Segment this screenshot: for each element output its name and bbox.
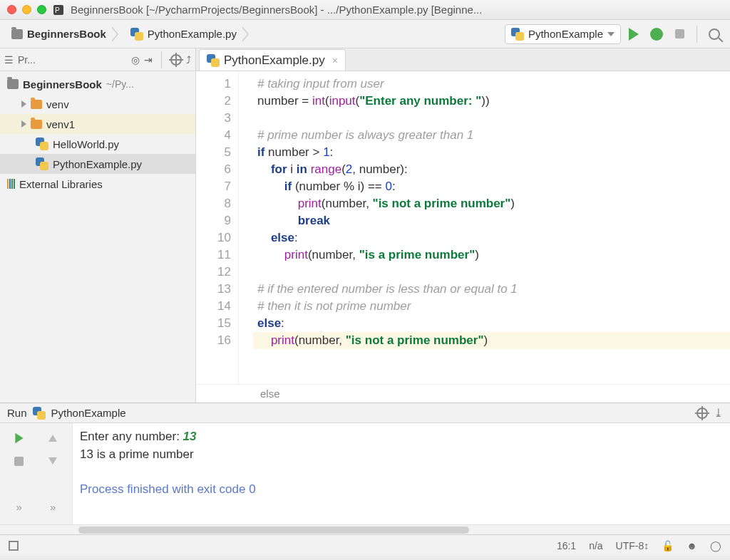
- stop-icon: [14, 457, 24, 466]
- tree-item-label: PythonExample.py: [53, 158, 142, 170]
- tree-item-pythonexample[interactable]: PythonExample.py: [0, 154, 195, 174]
- tree-item-venv1[interactable]: venv1: [0, 114, 195, 134]
- editor-tab-pythonexample[interactable]: PythonExample.py ×: [199, 49, 346, 71]
- project-root[interactable]: BeginnersBook ~/Py...: [0, 74, 195, 94]
- python-file-icon: [207, 54, 220, 67]
- editor-breadcrumb-label: else: [260, 388, 280, 400]
- project-tree: BeginnersBook ~/Py... venv venv1 HelloWo…: [0, 71, 195, 197]
- stop-icon: [675, 29, 684, 38]
- feedback-icon[interactable]: ◯: [710, 540, 721, 551]
- python-file-icon: [33, 407, 46, 420]
- run-config-label: PythonExample: [528, 28, 603, 40]
- python-file-icon: [36, 157, 48, 170]
- gear-icon[interactable]: [696, 408, 708, 419]
- project-name: BeginnersBook: [23, 78, 102, 90]
- tree-item-label: venv: [46, 98, 69, 110]
- project-path: ~/Py...: [106, 78, 134, 90]
- console-scrollbar-thumb[interactable]: [78, 527, 469, 534]
- collapse-icon[interactable]: ⇥: [144, 54, 153, 66]
- search-icon: [709, 28, 720, 40]
- editor: PythonExample.py × 123456789101112131415…: [196, 48, 730, 403]
- navigation-bar: BeginnersBook PythonExample.py PythonExa…: [0, 20, 730, 48]
- search-everywhere-button[interactable]: [704, 24, 724, 44]
- console-result: 13 is a prime number: [80, 447, 194, 461]
- console-prompt-label: Enter any number:: [80, 430, 183, 443]
- folder-icon: [7, 79, 19, 89]
- run-tool-label: Run: [7, 407, 27, 419]
- bug-icon: [650, 28, 663, 41]
- console-user-input: 13: [183, 430, 197, 443]
- project-tool-label: Pr...: [18, 54, 36, 66]
- stop-button[interactable]: [669, 24, 689, 44]
- play-icon: [15, 433, 23, 443]
- hide-icon[interactable]: ⤴: [186, 54, 191, 66]
- close-tab-button[interactable]: ×: [332, 55, 338, 66]
- breadcrumb-file-label: PythonExample.py: [148, 28, 237, 40]
- folder-icon: [31, 100, 42, 109]
- tree-item-helloworld[interactable]: HelloWorld.py: [0, 134, 195, 154]
- rerun-button[interactable]: [4, 429, 34, 447]
- run-tool-sidebar: » »: [0, 423, 73, 524]
- project-tool-header: ☰ Pr... ◎ ⇥ ⤴: [0, 48, 195, 71]
- window-title: BeginnersBook [~/PycharmProjects/Beginne…: [71, 4, 723, 16]
- status-cursor-position[interactable]: 16:1: [557, 540, 576, 551]
- pycharm-app-icon: P: [52, 4, 65, 16]
- breadcrumb-project-label: BeginnersBook: [27, 28, 106, 40]
- main-area: ☰ Pr... ◎ ⇥ ⤴ BeginnersBook ~/Py... venv: [0, 48, 730, 403]
- status-indent[interactable]: n/a: [589, 540, 602, 551]
- editor-breadcrumb[interactable]: else: [196, 384, 730, 403]
- code-content[interactable]: # taking input from usernumber = int(inp…: [253, 71, 730, 384]
- run-button[interactable]: [624, 24, 644, 44]
- run-tool-window: Run PythonExample ⤓ » » Enter any number…: [0, 403, 730, 534]
- folder-icon: [11, 29, 23, 39]
- lock-icon[interactable]: 🔓: [662, 540, 674, 551]
- chevron-down-icon: [607, 32, 615, 36]
- editor-tabs: PythonExample.py ×: [196, 48, 730, 71]
- play-icon: [629, 28, 639, 41]
- maximize-window-button[interactable]: [37, 5, 46, 14]
- tree-item-label: venv1: [46, 118, 75, 130]
- chevron-right-icon: [21, 120, 26, 128]
- external-libraries[interactable]: External Libraries: [0, 174, 195, 194]
- titlebar: P BeginnersBook [~/PycharmProjects/Begin…: [0, 0, 730, 20]
- project-tool-window: ☰ Pr... ◎ ⇥ ⤴ BeginnersBook ~/Py... venv: [0, 48, 196, 403]
- status-encoding[interactable]: UTF-8↕: [616, 540, 649, 551]
- console-output[interactable]: Enter any number: 13 13 is a prime numbe…: [73, 423, 730, 524]
- run-configuration-selector[interactable]: PythonExample: [505, 24, 621, 44]
- inspector-icon[interactable]: ☻: [687, 540, 697, 551]
- prev-button[interactable]: »: [4, 497, 34, 516]
- code-area[interactable]: 12345678910111213141516 # taking input f…: [196, 71, 730, 384]
- python-file-icon: [36, 138, 48, 150]
- status-bar: 16:1 n/a UTF-8↕ 🔓 ☻ ◯: [0, 534, 730, 556]
- editor-tab-label: PythonExample.py: [224, 53, 325, 68]
- console-scrollbar-track: [0, 524, 730, 534]
- minimize-window-button[interactable]: [22, 5, 31, 14]
- folding-column: [239, 71, 253, 384]
- download-icon[interactable]: ⤓: [714, 406, 723, 420]
- run-tool-body: » » Enter any number: 13 13 is a prime n…: [0, 423, 730, 524]
- breadcrumb-file[interactable]: PythonExample.py: [125, 24, 242, 44]
- console-exit-message: Process finished with exit code 0: [80, 482, 256, 496]
- python-file-icon: [511, 28, 524, 41]
- tree-item-venv[interactable]: venv: [0, 94, 195, 114]
- separator: [696, 26, 697, 43]
- target-icon[interactable]: ◎: [131, 54, 140, 66]
- line-number-gutter: 12345678910111213141516: [196, 71, 239, 384]
- stop-process-button[interactable]: [4, 452, 34, 470]
- up-stack-button[interactable]: [38, 429, 68, 447]
- library-icon: [7, 179, 15, 189]
- down-stack-button[interactable]: [38, 452, 68, 470]
- folder-icon: [31, 120, 42, 129]
- arrow-up-icon: [48, 435, 57, 442]
- next-button[interactable]: »: [38, 497, 68, 516]
- debug-button[interactable]: [647, 24, 667, 44]
- run-tool-header: Run PythonExample ⤓: [0, 403, 730, 423]
- close-window-button[interactable]: [7, 5, 16, 14]
- gear-icon[interactable]: [170, 54, 182, 66]
- arrow-down-icon: [48, 457, 57, 465]
- tool-windows-button[interactable]: [9, 541, 19, 551]
- chevron-right-icon: [21, 100, 26, 108]
- breadcrumb-project[interactable]: BeginnersBook: [6, 24, 112, 44]
- tree-item-label: HelloWorld.py: [53, 138, 119, 150]
- run-tool-config: PythonExample: [51, 407, 126, 419]
